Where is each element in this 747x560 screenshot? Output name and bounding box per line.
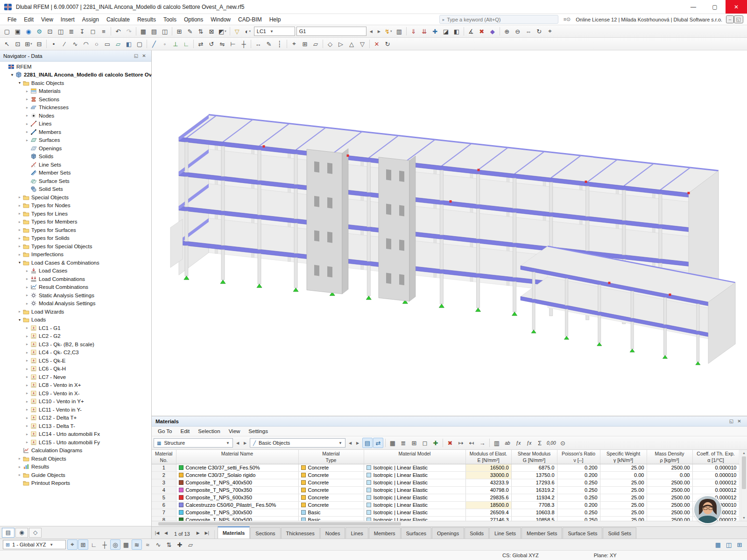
cell-material-name[interactable]: Concrete C30/37_Solaio rigido bbox=[176, 471, 298, 479]
new-circle-button[interactable]: ○ bbox=[92, 39, 102, 49]
sync-graphic-selection-button[interactable]: ⇄ bbox=[373, 438, 383, 448]
chevron-right-icon[interactable]: ▸ bbox=[17, 244, 22, 248]
select-plane-button[interactable]: ▱ bbox=[185, 539, 196, 550]
chevron-right-icon[interactable]: ▸ bbox=[24, 89, 30, 93]
table-settings-button[interactable]: ▥ bbox=[492, 438, 502, 448]
tree-item-special-objects[interactable]: ▸Special Objects bbox=[0, 193, 151, 202]
tree-item-lc10-vento-in-y[interactable]: ▸LC10 - Vento in Y+ bbox=[0, 398, 151, 406]
cell-specific-weight[interactable]: 25.00 bbox=[600, 486, 647, 494]
cell-material-name[interactable]: Concrete C30/37_setti_Fes.50% bbox=[176, 464, 298, 471]
local-system-button[interactable]: ✚ bbox=[175, 539, 185, 550]
tree-item-materials[interactable]: ▸Materials bbox=[0, 87, 151, 96]
cell-mass-density[interactable]: 2500.00 bbox=[647, 486, 692, 494]
formula-bar-button[interactable]: ƒx bbox=[513, 438, 523, 448]
cell-thermal-expansion[interactable]: 0.000012 bbox=[692, 479, 739, 486]
tree-item-line-sets[interactable]: Line Sets bbox=[0, 161, 151, 169]
cell-poissons-ratio[interactable]: 0.250 bbox=[557, 479, 600, 486]
member-hinge-button[interactable]: ◦ bbox=[160, 39, 170, 49]
menu-help[interactable]: Help bbox=[266, 15, 285, 24]
view-in-x-button[interactable]: ▷ bbox=[336, 39, 346, 49]
chevron-right-icon[interactable]: ▸ bbox=[17, 220, 22, 224]
menu-insert[interactable]: Insert bbox=[57, 15, 78, 24]
cell-shear-modulus[interactable]: 7708.3 bbox=[511, 501, 557, 509]
tree-item-openings[interactable]: Openings bbox=[0, 144, 151, 153]
tree-item-thicknesses[interactable]: ▸Thicknesses bbox=[0, 104, 151, 112]
chevron-down-icon[interactable]: ▾ bbox=[17, 81, 22, 85]
chevron-right-icon[interactable]: ▸ bbox=[24, 293, 30, 297]
menu-tools[interactable]: Tools bbox=[160, 15, 180, 24]
chevron-right-icon[interactable]: ▸ bbox=[17, 228, 22, 232]
tree-item-types-for-solids[interactable]: ▸Types for Solids bbox=[0, 234, 151, 243]
cell-material-model[interactable]: Isotropic | Linear Elastic bbox=[364, 486, 465, 494]
tree-item-modal-analysis-settings[interactable]: ▸Modal Analysis Settings bbox=[0, 300, 151, 308]
menu-calculate[interactable]: Calculate bbox=[103, 15, 134, 24]
cell-material-no[interactable]: 6 bbox=[152, 501, 176, 509]
tree-item-static-analysis-settings[interactable]: ▸Static Analysis Settings bbox=[0, 291, 151, 300]
table-forward-button[interactable]: ▶ bbox=[241, 438, 249, 448]
scroll-down-icon[interactable]: ▼ bbox=[741, 515, 747, 521]
table-menu-selection[interactable]: Selection bbox=[194, 427, 224, 435]
copy-row-button[interactable]: ◻ bbox=[420, 438, 430, 448]
chevron-down-icon[interactable]: ▾ bbox=[17, 260, 22, 265]
guidelines-button[interactable]: ┼ bbox=[99, 539, 110, 550]
tree-item-printout-reports[interactable]: Printout Reports bbox=[0, 479, 151, 488]
table-layout-button[interactable]: ▤ bbox=[149, 26, 159, 36]
chevron-right-icon[interactable]: ▸ bbox=[24, 399, 30, 404]
select-window-button[interactable]: ⊡ bbox=[13, 39, 23, 49]
cell-material-model[interactable]: Isotropic | Linear Elastic bbox=[364, 516, 465, 521]
new-member-button[interactable]: ╱ bbox=[149, 39, 159, 49]
chevron-right-icon[interactable]: ▸ bbox=[17, 465, 22, 469]
previous-load-case-button[interactable]: ◀ bbox=[367, 27, 375, 36]
cell-shear-modulus[interactable]: 16319.2 bbox=[511, 486, 557, 494]
cell-material-name[interactable]: Composite_T_NPS_500x500 bbox=[176, 516, 298, 521]
cell-material-no[interactable]: 3 bbox=[152, 479, 176, 486]
cell-material-type[interactable]: Basic bbox=[298, 516, 364, 521]
table-horizontal-scrollbar[interactable] bbox=[152, 521, 747, 526]
chevron-right-icon[interactable]: ▸ bbox=[24, 383, 30, 387]
connect-lines-button[interactable]: ┼ bbox=[239, 39, 249, 49]
tree-item-solid-sets[interactable]: Solid Sets bbox=[0, 185, 151, 194]
delete-rows-button[interactable]: ✖ bbox=[445, 438, 455, 448]
load-case-selector[interactable]: LC1 ▼ bbox=[254, 27, 295, 36]
panels-toggle-button[interactable]: ◫ bbox=[724, 539, 734, 550]
keyword-search[interactable]: ▸ bbox=[439, 15, 558, 24]
chevron-right-icon[interactable]: ▸ bbox=[17, 473, 22, 477]
tree-item-types-for-lines[interactable]: ▸Types for Lines bbox=[0, 210, 151, 218]
new-polyline-button[interactable]: ∿ bbox=[70, 39, 80, 49]
navigator-tab-views[interactable]: ◇ bbox=[29, 528, 42, 538]
work-plane-button[interactable]: ▱ bbox=[310, 39, 321, 49]
cell-thermal-expansion[interactable]: 0.000010 bbox=[692, 471, 739, 479]
tree-item-load-cases-combinations[interactable]: ▾Load Cases & Combinations bbox=[0, 259, 151, 267]
snap-settings-button[interactable]: ⌖ bbox=[289, 39, 299, 49]
table-tab-line-sets[interactable]: Line Sets bbox=[489, 527, 521, 539]
tree-item-surfaces[interactable]: ▸Surfaces bbox=[0, 136, 151, 145]
close-button[interactable]: ✕ bbox=[726, 0, 747, 14]
cell-poissons-ratio[interactable]: 0.250 bbox=[557, 516, 600, 521]
tree-item-lc14-urto-automobili-fx[interactable]: ▸LC14 - Urto automobili Fx bbox=[0, 430, 151, 439]
cell-poissons-ratio[interactable]: 0.250 bbox=[557, 509, 600, 516]
formula-insert-button[interactable]: ƒx bbox=[524, 438, 534, 448]
search-in-table-button[interactable]: ⊙ bbox=[557, 438, 568, 448]
tree-item-load-wizards[interactable]: ▸Load Wizards bbox=[0, 308, 151, 316]
cell-modulus-e[interactable]: 40798.0 bbox=[465, 486, 511, 494]
table-back-button[interactable]: ◀ bbox=[234, 438, 241, 448]
menu-options[interactable]: Options bbox=[180, 15, 207, 24]
cell-modulus-e[interactable]: 18500.0 bbox=[465, 501, 511, 509]
tree-item-lc12-delta-t[interactable]: ▸LC12 - Delta T+ bbox=[0, 414, 151, 422]
coordinate-system-button[interactable]: ✚ bbox=[430, 26, 440, 36]
work-plane-xy-button[interactable]: ≋ bbox=[132, 539, 142, 550]
chevron-right-icon[interactable]: ▸ bbox=[17, 203, 22, 208]
cell-material-model[interactable]: Isotropic | Linear Elastic bbox=[364, 479, 465, 486]
tree-item-lc5-qk-e[interactable]: ▸LC5 - Qk-E bbox=[0, 357, 151, 365]
print-table-button[interactable]: ≣ bbox=[398, 438, 409, 448]
rotate-objects-button[interactable]: ↺ bbox=[206, 39, 217, 49]
display-properties-button[interactable]: ⊠ bbox=[206, 26, 217, 36]
chevron-right-icon[interactable]: ▸ bbox=[24, 416, 30, 420]
insert-row-button[interactable]: ⊞ bbox=[409, 438, 419, 448]
options-gear-button[interactable]: ⚙ bbox=[34, 26, 44, 36]
zoom-in-button[interactable]: ⊕ bbox=[502, 26, 512, 36]
tree-item-types-for-nodes[interactable]: ▸Types for Nodes bbox=[0, 202, 151, 210]
scrollbar-thumb[interactable] bbox=[158, 522, 401, 525]
chevron-right-icon[interactable]: ▸ bbox=[24, 97, 30, 101]
guidelines-button[interactable]: ┆ bbox=[275, 39, 285, 49]
